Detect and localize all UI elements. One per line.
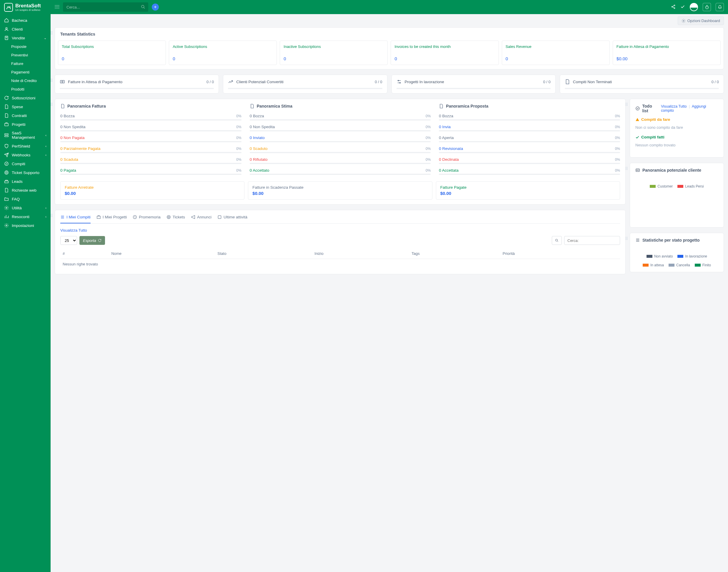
search-icon <box>141 5 145 10</box>
chevron-left-icon: ‹ <box>45 153 47 157</box>
sidebar-item[interactable]: Richieste web <box>0 186 51 195</box>
table-header[interactable]: Tags <box>409 248 500 259</box>
sidebar-item[interactable]: Leads <box>0 177 51 186</box>
svg-rect-19 <box>55 8 59 8</box>
tab[interactable]: Tickets <box>167 215 185 223</box>
tab[interactable]: I Miei Compiti <box>60 215 90 223</box>
chevron-left-icon: ‹ <box>45 144 47 148</box>
share-icon[interactable] <box>671 4 676 10</box>
drag-handle-icon[interactable]: ⠿ <box>50 102 53 107</box>
svg-point-43 <box>167 215 170 219</box>
dashboard-options-button[interactable]: Opzioni Dashboard <box>678 16 724 25</box>
tab-icon <box>218 215 222 219</box>
tab[interactable]: Ultime attività <box>218 215 247 223</box>
view-all-link[interactable]: Visualizza Tutto <box>60 228 87 232</box>
summary-card: Fatture in Scadenza Passate$0.00 <box>248 182 432 200</box>
sidebar-item[interactable]: Sottoscrizioni <box>0 93 51 102</box>
menu-toggle[interactable] <box>55 4 59 10</box>
tab-icon <box>167 215 171 219</box>
sidebar-item[interactable]: SaaS Management‹ <box>0 129 51 142</box>
svg-rect-6 <box>5 136 8 137</box>
sidebar-subitem[interactable]: Fatture <box>0 59 51 68</box>
svg-rect-17 <box>55 5 59 5</box>
brand-name: BrentaSoft <box>15 3 41 8</box>
sidebar-item[interactable]: Ticket Supporto <box>0 168 51 177</box>
todo-card: Todo list Visualizza Tutto | Aggiungi co… <box>630 99 724 157</box>
stat-card: Total Subscriptions0 <box>58 41 166 65</box>
overview-col: Panoramica Fattura0 Bozza0%0 Non Spedita… <box>60 104 241 179</box>
sidebar-item[interactable]: Vendite⌄ <box>0 33 51 42</box>
sidebar-item[interactable]: Progetti <box>0 120 51 129</box>
svg-point-50 <box>637 170 638 171</box>
sidebar-item[interactable]: Bacheca <box>0 16 51 25</box>
stat-card: Sales Revenue0 <box>502 41 610 65</box>
table-header[interactable]: Stato <box>215 248 312 259</box>
logo-icon <box>4 3 13 12</box>
tab-icon <box>97 215 101 219</box>
tab[interactable]: I Miei Progetti <box>97 215 127 223</box>
sidebar-subitem[interactable]: Prodotti <box>0 85 51 93</box>
table-header[interactable]: Priorità <box>500 248 620 259</box>
tasks-table: #NomeStatoInizioTagsPriorità Nessun righ… <box>60 248 620 269</box>
drag-handle-icon[interactable]: ⠿ <box>50 31 53 35</box>
legend-item: Finito <box>695 263 711 267</box>
drag-handle-icon[interactable]: ⠿ <box>50 78 53 83</box>
mini-stat-card: Compiti Non Terminati0 / 0 <box>560 75 724 93</box>
sidebar-item[interactable]: Clienti <box>0 25 51 33</box>
logo[interactable]: BrentaSoft Un sospiro di sollievo <box>0 0 51 15</box>
sidebar-subitem[interactable]: Preventivi <box>0 51 51 59</box>
drag-handle-icon[interactable]: ⠿ <box>625 102 628 107</box>
svg-rect-45 <box>218 216 221 219</box>
sidebar-item[interactable]: PerfShield‹ <box>0 142 51 150</box>
sidebar-item[interactable]: Contratti <box>0 111 51 120</box>
table-header[interactable]: # <box>60 248 109 259</box>
list-icon <box>635 238 640 242</box>
tab[interactable]: Annunci <box>191 215 211 223</box>
table-search-button[interactable] <box>552 236 562 245</box>
timer-icon[interactable] <box>703 3 711 11</box>
todo-view-all-link[interactable]: Visualizza Tutto <box>661 104 686 109</box>
table-header[interactable]: Inizio <box>312 248 409 259</box>
project-stats-card: Statistiche per stato progetto Non avvia… <box>630 233 724 272</box>
tenants-title: Tenants Statistics <box>55 28 724 41</box>
svg-point-16 <box>6 225 7 226</box>
chevron-left-icon: ‹ <box>45 206 47 210</box>
sidebar-item[interactable]: Resoconti‹ <box>0 212 51 221</box>
svg-point-11 <box>6 207 7 208</box>
drag-handle-icon[interactable]: ⠿ <box>625 166 628 171</box>
bell-icon[interactable] <box>716 3 724 11</box>
sidebar-subitem[interactable]: Note di Credito <box>0 76 51 85</box>
drag-handle-icon[interactable]: ⠿ <box>625 236 628 241</box>
sidebar-item[interactable]: Compiti <box>0 159 51 168</box>
check-icon[interactable] <box>680 4 685 10</box>
sidebar-subitem[interactable]: Proposte <box>0 42 51 51</box>
file-icon <box>60 104 65 109</box>
add-button[interactable]: + <box>152 4 159 11</box>
legend-item: Customer <box>650 184 673 189</box>
sidebar-item[interactable]: Webhooks‹ <box>0 150 51 159</box>
drag-handle-icon[interactable]: ⠿ <box>50 213 53 218</box>
svg-line-25 <box>672 6 674 6</box>
stat-card: Active Subscriptions0 <box>169 41 277 65</box>
sidebar-item[interactable]: Impostazioni <box>0 221 51 230</box>
check-circle-icon <box>635 106 640 111</box>
tenants-statistics-card: Tenants Statistics Total Subscriptions0A… <box>55 27 724 69</box>
mini-stat-card: Clienti Potenziali Convertiti0 / 0 <box>223 75 387 93</box>
table-search-input[interactable] <box>564 236 620 245</box>
table-header[interactable]: Nome <box>109 248 215 259</box>
refresh-icon <box>98 239 102 242</box>
tab[interactable]: Promemoria <box>133 215 161 223</box>
avatar[interactable] <box>690 3 698 11</box>
page-size-select[interactable]: 25 <box>60 236 77 245</box>
sidebar-item[interactable]: FAQ <box>0 195 51 203</box>
sidebar-item[interactable]: Utilità‹ <box>0 203 51 212</box>
svg-point-48 <box>636 107 640 110</box>
tab-icon <box>133 215 137 219</box>
export-button[interactable]: Esporta <box>79 236 105 245</box>
gear-icon <box>681 19 686 23</box>
legend-item: Cancella <box>669 263 690 267</box>
id-icon <box>635 168 640 172</box>
sidebar-item[interactable]: Spese <box>0 102 51 111</box>
sidebar-subitem[interactable]: Pagamenti <box>0 68 51 76</box>
search-input[interactable] <box>63 2 148 12</box>
